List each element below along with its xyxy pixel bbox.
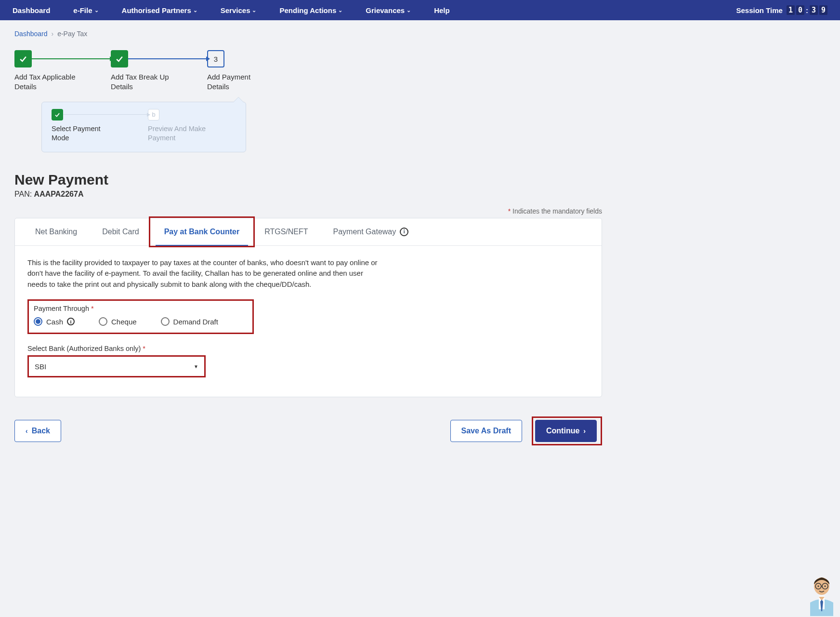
step-2-done-icon [111, 50, 128, 67]
step-1-label: Add Tax Applicable Details [14, 72, 82, 92]
substep-a-done-icon [52, 109, 63, 121]
nav-efile[interactable]: e-File⌄ [73, 6, 98, 14]
nav-pending-actions[interactable]: Pending Actions⌄ [279, 6, 342, 14]
substep-a-label: Select Payment Mode [52, 124, 114, 143]
substep-b-label: Preview And Make Payment [148, 124, 210, 143]
chevron-down-icon: ⌄ [338, 7, 342, 13]
select-bank-label: Select Bank (Authorized Banks only)* [27, 345, 589, 352]
sub-stepper: Select Payment Mode b Preview And Make P… [41, 102, 246, 152]
nav-grievances[interactable]: Grievances⌄ [366, 6, 411, 14]
nav-help[interactable]: Help [434, 6, 450, 14]
payment-through-group: Payment Through* Cash i Cheque Demand Dr… [27, 299, 254, 334]
info-icon[interactable]: i [67, 318, 75, 325]
progress-stepper: Add Tax Applicable Details Add Tax Break… [14, 50, 602, 92]
step-2-label: Add Tax Break Up Details [111, 72, 178, 92]
breadcrumb-dashboard[interactable]: Dashboard [14, 30, 48, 38]
step-1-done-icon [14, 50, 32, 67]
mode-description: This is the facility provided to taxpaye… [27, 257, 384, 290]
chevron-down-icon: ⌄ [193, 7, 197, 13]
chevron-down-icon: ⌄ [252, 7, 256, 13]
chevron-down-icon: ⌄ [94, 7, 99, 13]
top-navbar: Dashboard e-File⌄ Authorised Partners⌄ S… [0, 0, 840, 20]
nav-left: Dashboard e-File⌄ Authorised Partners⌄ S… [13, 6, 450, 14]
back-button[interactable]: ‹Back [14, 420, 61, 442]
session-time: Session Time 1 0 : 3 9 [736, 5, 827, 15]
tab-rtgs-neft[interactable]: RTGS/NEFT [252, 218, 320, 245]
tab-debit-card[interactable]: Debit Card [90, 218, 151, 245]
mandatory-note: * Indicates the mandatory fields [14, 207, 602, 215]
breadcrumb: Dashboard › e-Pay Tax [14, 30, 602, 38]
step-3-label: Add Payment Details [207, 72, 275, 92]
info-icon[interactable]: i [400, 228, 408, 236]
nav-dashboard[interactable]: Dashboard [13, 6, 50, 14]
radio-demand-draft[interactable]: Demand Draft [161, 317, 218, 326]
nav-authorised-partners[interactable]: Authorised Partners⌄ [122, 6, 197, 14]
highlight-box-icon: Continue› [532, 416, 602, 445]
tab-pay-at-bank-counter[interactable]: Pay at Bank Counter [152, 218, 252, 245]
payment-card: Net Banking Debit Card Pay at Bank Count… [14, 218, 602, 398]
radio-cheque[interactable]: Cheque [99, 317, 137, 326]
footer-actions: ‹Back Save As Draft Continue› [14, 416, 602, 445]
pan-value: AAAPA2267A [34, 190, 84, 198]
select-bank-value: SBI [35, 362, 46, 371]
payment-through-label: Payment Through* [34, 305, 248, 312]
caret-down-icon: ▼ [194, 364, 198, 369]
payment-mode-tabs: Net Banking Debit Card Pay at Bank Count… [15, 218, 602, 246]
radio-icon [161, 317, 170, 326]
session-timer: 1 0 : 3 9 [787, 5, 827, 15]
chevron-left-icon: ‹ [26, 427, 28, 435]
breadcrumb-current: e-Pay Tax [57, 30, 87, 38]
chevron-down-icon: ⌄ [407, 7, 411, 13]
step-3-current: 3 [207, 50, 224, 67]
chevron-right-icon: › [583, 427, 586, 435]
radio-icon [34, 317, 42, 326]
tab-payment-gateway[interactable]: Payment Gatewayi [321, 218, 421, 245]
nav-services[interactable]: Services⌄ [221, 6, 257, 14]
radio-cash[interactable]: Cash i [34, 317, 75, 326]
page-title: New Payment [14, 172, 602, 188]
radio-icon [99, 317, 107, 326]
tab-net-banking[interactable]: Net Banking [23, 218, 90, 245]
continue-button[interactable]: Continue› [535, 420, 597, 442]
select-bank-dropdown[interactable]: SBI ▼ [27, 355, 206, 377]
session-time-label: Session Time [736, 6, 782, 14]
breadcrumb-separator-icon: › [52, 30, 54, 38]
save-as-draft-button[interactable]: Save As Draft [450, 420, 522, 442]
pan-row: PAN: AAAPA2267A [14, 190, 602, 199]
